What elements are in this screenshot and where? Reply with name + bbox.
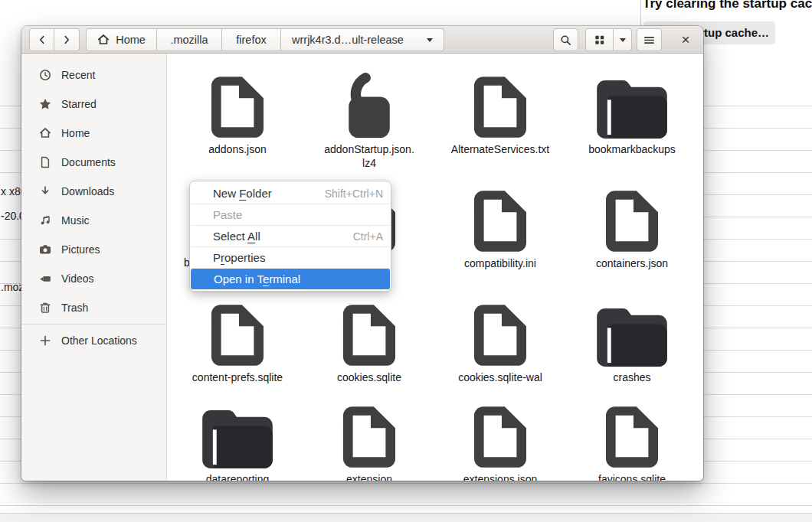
chevron-down-icon	[427, 38, 433, 42]
sidebar-item-label: Downloads	[61, 185, 114, 197]
context-menu: New FolderShift+Ctrl+NPasteSelect AllCtr…	[189, 181, 391, 292]
breadcrumb-segment-4[interactable]: wrrjk4r3.d…ult-release	[281, 28, 444, 51]
file-icon	[473, 187, 527, 253]
menu-item-accelerator: Shift+Ctrl+N	[325, 188, 383, 200]
menu-item-label: Paste	[213, 208, 242, 221]
home-icon	[38, 127, 51, 140]
sidebar-item-other-locations[interactable]: Other Locations	[21, 326, 166, 355]
folder-icon	[202, 403, 273, 468]
breadcrumb-label: wrrjk4r3.d…ult-release	[292, 34, 404, 46]
file-item[interactable]: cookies.sqlite-wal	[439, 301, 562, 384]
breadcrumb-segment-3[interactable]: firefox	[222, 28, 281, 51]
file-icon	[342, 301, 396, 367]
file-name: compatibility.ini	[464, 256, 536, 270]
file-item[interactable]: cookies.sqlite	[308, 301, 431, 384]
startup-cache-heading: Try clearing the startup cac	[643, 0, 812, 11]
view-grid-button[interactable]	[585, 28, 614, 51]
sidebar-item-videos[interactable]: Videos	[21, 264, 166, 293]
file-name: cookies.sqlite	[337, 370, 401, 384]
file-icon	[211, 301, 264, 367]
sidebar-item-label: Videos	[61, 272, 94, 285]
breadcrumb-label: firefox	[236, 34, 267, 46]
sidebar-item-recent[interactable]: Recent	[21, 60, 166, 90]
sidebar-item-home[interactable]: Home	[21, 119, 166, 148]
file-name: extensions.json	[463, 472, 538, 481]
sidebar-item-downloads[interactable]: Downloads	[21, 177, 166, 206]
file-icon	[605, 187, 659, 253]
close-button[interactable]: ×	[677, 31, 694, 48]
chevron-down-icon	[620, 38, 626, 42]
archive-icon	[343, 73, 395, 139]
videos-icon	[38, 272, 51, 285]
home-icon	[97, 34, 110, 46]
folder-item[interactable]: bookmarkbackups	[571, 73, 693, 156]
file-item[interactable]: compatibility.ini	[439, 187, 562, 270]
recent-icon	[38, 69, 51, 82]
sidebar-item-pictures[interactable]: Pictures	[21, 235, 166, 264]
sidebar-item-label: Music	[61, 214, 90, 227]
file-name: datareporting	[206, 472, 270, 481]
grid-view-icon	[594, 34, 605, 45]
hamburger-menu-button[interactable]	[637, 28, 662, 51]
file-name: crashes	[613, 370, 650, 384]
forward-button[interactable]	[54, 28, 80, 51]
menu-item-properties[interactable]: Properties	[190, 247, 391, 268]
file-item[interactable]: extension	[308, 403, 431, 481]
menu-item-label: Open in Terminal	[214, 272, 300, 285]
menu-item-open-in-terminal[interactable]: Open in Terminal	[191, 269, 390, 289]
folder-icon	[597, 73, 667, 139]
folder-item[interactable]: datareporting	[176, 403, 299, 481]
file-icon	[211, 73, 264, 139]
file-name: extension	[346, 472, 392, 481]
back-button[interactable]	[29, 28, 54, 51]
file-icon	[473, 301, 527, 367]
file-item[interactable]: containers.json	[571, 187, 693, 270]
file-item[interactable]: content-prefs.sqlite	[176, 301, 299, 384]
menu-item-label: New Folder	[213, 187, 272, 200]
menu-item-paste: Paste	[190, 204, 391, 225]
search-button[interactable]	[553, 28, 578, 51]
file-name: containers.json	[596, 256, 668, 270]
file-item[interactable]: favicons.sqlite	[571, 403, 693, 481]
archive-item[interactable]: addonStartup.json. lz4	[308, 73, 431, 170]
files-window: Home.mozillafirefoxwrrjk4r3.d…ult-releas…	[21, 26, 703, 481]
pictures-icon	[38, 243, 51, 256]
sidebar-item-starred[interactable]: Starred	[21, 90, 166, 119]
sidebar-item-trash[interactable]: Trash	[21, 293, 166, 322]
sidebar-separator	[21, 324, 166, 325]
file-icon	[605, 403, 659, 468]
breadcrumb-segment-2[interactable]: .mozilla	[157, 28, 222, 51]
file-name: AlternateServices.txt	[451, 142, 549, 156]
file-item[interactable]: addons.json	[176, 73, 299, 156]
menu-item-select-all[interactable]: Select AllCtrl+A	[190, 226, 391, 246]
documents-icon	[38, 156, 51, 169]
breadcrumb-label: Home	[116, 34, 146, 46]
sidebar-item-label: Documents	[61, 156, 116, 168]
sidebar-item-documents[interactable]: Documents	[21, 148, 166, 177]
folder-icon	[597, 301, 667, 367]
file-icon	[473, 403, 527, 468]
background-bottom-strip	[0, 513, 812, 522]
sidebar-item-label: Home	[61, 127, 90, 139]
file-item[interactable]: extensions.json	[439, 403, 562, 481]
view-options-button[interactable]	[614, 28, 632, 51]
menu-item-new-folder[interactable]: New FolderShift+Ctrl+N	[190, 183, 391, 204]
folder-item[interactable]: crashes	[571, 301, 693, 384]
table-fragment: .moz	[1, 281, 24, 293]
file-name: bookmarkbackups	[588, 142, 676, 156]
menu-item-accelerator: Ctrl+A	[353, 230, 383, 243]
trash-icon	[38, 302, 51, 315]
sidebar-item-label: Starred	[61, 98, 97, 110]
file-item[interactable]: AlternateServices.txt	[439, 73, 562, 156]
sidebar: RecentStarredHomeDocumentsDownloadsMusic…	[21, 54, 167, 481]
headerbar[interactable]: Home.mozillafirefoxwrrjk4r3.d…ult-releas…	[21, 26, 703, 54]
starred-icon	[38, 98, 51, 111]
file-name: cookies.sqlite-wal	[458, 370, 542, 384]
file-name: addonStartup.json. lz4	[324, 142, 414, 170]
menu-item-label: Properties	[213, 251, 265, 264]
sidebar-item-music[interactable]: Music	[21, 206, 166, 235]
plus-icon	[38, 334, 51, 347]
breadcrumb-segment-1[interactable]: Home	[86, 28, 157, 51]
sidebar-item-label: Recent	[61, 69, 95, 81]
downloads-icon	[38, 185, 51, 198]
